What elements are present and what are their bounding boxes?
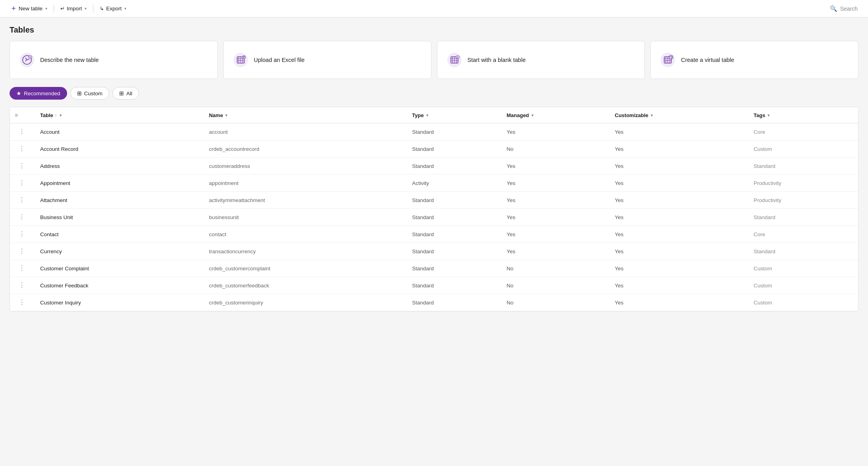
row-menu-button[interactable]: ⋮ xyxy=(16,162,27,170)
row-menu-button[interactable]: ⋮ xyxy=(16,179,27,187)
search-area[interactable]: 🔍 Search xyxy=(826,3,862,15)
th-name[interactable]: Name ▾ xyxy=(203,107,406,123)
cell-managed: Yes xyxy=(500,209,608,226)
managed-col-chevron-icon: ▾ xyxy=(532,113,534,117)
grid-all-icon: ⊞ xyxy=(119,90,124,96)
th-customizable[interactable]: Customizable ▾ xyxy=(609,107,748,123)
cell-name: contact xyxy=(203,226,406,243)
th-type[interactable]: Type ▾ xyxy=(406,107,500,123)
svg-point-25 xyxy=(669,55,673,59)
export-button[interactable]: ↳ Export ▾ xyxy=(96,3,130,14)
th-tags-label: Tags xyxy=(754,112,765,118)
table-row: ⋮AddresscustomeraddressStandardYesYesSta… xyxy=(10,158,858,175)
grid-icon: ⊞ xyxy=(77,90,82,96)
cell-name: businessunit xyxy=(203,209,406,226)
search-label: Search xyxy=(840,6,858,12)
import-button[interactable]: ↵ Import ▾ xyxy=(56,3,91,14)
cell-customizable: Yes xyxy=(609,260,748,277)
cell-name: crdeb_customercomplaint xyxy=(203,260,406,277)
row-menu-button[interactable]: ⋮ xyxy=(16,264,27,272)
cell-type: Standard xyxy=(406,209,500,226)
table-col-chevron-icon: ▾ xyxy=(60,113,62,117)
cell-tags: Standard xyxy=(747,158,858,175)
cell-type: Standard xyxy=(406,260,500,277)
cell-customizable: Yes xyxy=(609,226,748,243)
row-menu-button[interactable]: ⋮ xyxy=(16,230,27,238)
topbar-left: ＋ New table ▾ ↵ Import ▾ ↳ Export ▾ xyxy=(6,2,130,15)
cell-customizable: Yes xyxy=(609,175,748,192)
export-arrow-icon: ↳ xyxy=(100,6,104,12)
data-table: ≡ Table ↑ ▾ Name ▾ xyxy=(10,107,858,311)
cell-customizable: Yes xyxy=(609,243,748,260)
th-table[interactable]: Table ↑ ▾ xyxy=(34,107,203,123)
row-menu-button[interactable]: ⋮ xyxy=(16,247,27,255)
cell-name: appointment xyxy=(203,175,406,192)
cell-type: Standard xyxy=(406,294,500,311)
cell-customizable: Yes xyxy=(609,192,748,209)
cell-managed: Yes xyxy=(500,243,608,260)
cell-type: Standard xyxy=(406,277,500,294)
cell-tags: Productivity xyxy=(747,192,858,209)
th-managed-label: Managed xyxy=(506,112,529,118)
cell-managed: Yes xyxy=(500,226,608,243)
card-blank[interactable]: Start with a blank table xyxy=(437,41,645,79)
new-table-button[interactable]: ＋ New table ▾ xyxy=(6,2,51,15)
cell-table-name: Attachment xyxy=(34,192,203,209)
filter-recommended[interactable]: ★ Recommended xyxy=(10,87,67,100)
table-row: ⋮Business UnitbusinessunitStandardYesYes… xyxy=(10,209,858,226)
row-menu-button[interactable]: ⋮ xyxy=(16,196,27,204)
th-managed[interactable]: Managed ▾ xyxy=(500,107,608,123)
upload-excel-icon xyxy=(233,52,248,67)
row-menu-button[interactable]: ⋮ xyxy=(16,298,27,306)
new-table-chevron-icon: ▾ xyxy=(45,6,47,11)
row-menu-button[interactable]: ⋮ xyxy=(16,281,27,289)
name-col-chevron-icon: ▾ xyxy=(225,113,227,117)
filter-row: ★ Recommended ⊞ Custom ⊞ All xyxy=(10,87,858,100)
cell-customizable: Yes xyxy=(609,277,748,294)
row-menu-button[interactable]: ⋮ xyxy=(16,213,27,221)
export-label: Export xyxy=(106,6,122,12)
th-customizable-label: Customizable xyxy=(615,112,649,118)
cell-tags: Standard xyxy=(747,209,858,226)
cell-managed: Yes xyxy=(500,158,608,175)
cell-type: Standard xyxy=(406,243,500,260)
cell-tags: Custom xyxy=(747,294,858,311)
cell-customizable: Yes xyxy=(609,209,748,226)
th-list[interactable]: ≡ xyxy=(10,107,34,123)
tags-col-chevron-icon: ▾ xyxy=(767,113,769,117)
ai-icon xyxy=(19,52,35,67)
row-menu-button[interactable]: ⋮ xyxy=(16,128,27,136)
cell-name: account xyxy=(203,123,406,141)
cell-name: crdeb_customerinquiry xyxy=(203,294,406,311)
card-virtual[interactable]: Create a virtual table xyxy=(650,41,858,79)
cell-table-name: Contact xyxy=(34,226,203,243)
cell-table-name: Customer Inquiry xyxy=(34,294,203,311)
cell-type: Standard xyxy=(406,158,500,175)
import-arrow-icon: ↵ xyxy=(60,6,65,12)
cell-tags: Custom xyxy=(747,260,858,277)
topbar: ＋ New table ▾ ↵ Import ▾ ↳ Export ▾ 🔍 Se… xyxy=(0,0,868,17)
list-view-icon: ≡ xyxy=(15,112,18,118)
card-describe[interactable]: Describe the new table xyxy=(10,41,218,79)
card-upload[interactable]: Upload an Excel file xyxy=(223,41,431,79)
cell-table-name: Account Record xyxy=(34,141,203,158)
th-name-label: Name xyxy=(209,112,223,118)
th-tags[interactable]: Tags ▾ xyxy=(747,107,858,123)
cell-type: Standard xyxy=(406,226,500,243)
table-header-row: ≡ Table ↑ ▾ Name ▾ xyxy=(10,107,858,123)
table-row: ⋮AttachmentactivitymimeattachmentStandar… xyxy=(10,192,858,209)
cell-tags: Core xyxy=(747,226,858,243)
filter-all[interactable]: ⊞ All xyxy=(112,87,139,100)
cell-tags: Custom xyxy=(747,141,858,158)
cell-name: crdeb_customerfeedback xyxy=(203,277,406,294)
card-upload-label: Upload an Excel file xyxy=(254,57,305,63)
filter-recommended-label: Recommended xyxy=(24,91,60,96)
cell-name: customeraddress xyxy=(203,158,406,175)
row-menu-button[interactable]: ⋮ xyxy=(16,145,27,153)
filter-custom[interactable]: ⊞ Custom xyxy=(70,87,110,100)
svg-point-26 xyxy=(671,58,671,58)
cell-tags: Custom xyxy=(747,277,858,294)
search-icon: 🔍 xyxy=(830,5,837,12)
cell-managed: Yes xyxy=(500,123,608,141)
star-icon: ★ xyxy=(16,90,21,96)
